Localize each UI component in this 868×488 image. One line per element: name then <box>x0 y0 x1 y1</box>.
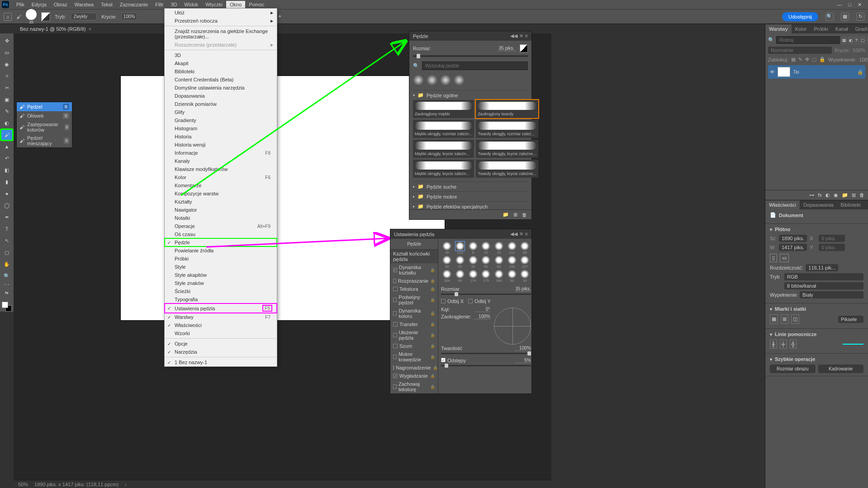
brush-preset[interactable]: Twardy okrągły, rozmiar zależ... <box>476 120 538 138</box>
brush-tip[interactable]: 174 <box>467 270 479 283</box>
roundness-field[interactable]: 100% <box>474 314 490 319</box>
menu-wtyczki[interactable]: Wtyczki <box>202 1 226 8</box>
panel-tab[interactable]: Dopasowania <box>800 200 837 209</box>
color-mode-select[interactable]: RGB <box>784 273 863 280</box>
edit-toolbar[interactable]: ••• <box>4 282 10 286</box>
spacing-field[interactable]: 5% <box>515 358 531 363</box>
home-button[interactable]: ⌂ <box>4 13 12 21</box>
spacing-slider[interactable] <box>441 365 531 366</box>
menu-item[interactable]: Klawisze modyfikatorów <box>165 165 277 173</box>
blur-tool[interactable]: ● <box>1 188 13 199</box>
brush-tip[interactable]: 123 <box>454 242 466 255</box>
filter-icon[interactable]: 🔍 <box>768 37 774 43</box>
filter-shape-icon[interactable]: ▢ <box>860 37 865 44</box>
panel-tab[interactable]: Warstwy <box>765 24 792 33</box>
layer-filter-input[interactable] <box>776 36 840 44</box>
lock-icon[interactable]: 🔒 <box>857 69 863 75</box>
landscape-icon[interactable]: ▭ <box>780 254 789 262</box>
brush-tool-icon[interactable]: 🖌 <box>16 14 21 19</box>
menu-item[interactable]: Domyślne ustawienia narzędzia <box>165 84 277 92</box>
menu-warstwa[interactable]: Warstwa <box>71 1 97 8</box>
menu-item[interactable]: ✓Pędzle <box>165 238 277 246</box>
menu-item[interactable]: Typografia <box>165 295 277 303</box>
brush-preset[interactable]: Miękki okrągły, rozmiar zależn... <box>413 120 474 138</box>
menu-item[interactable]: Style akapitów <box>165 271 277 279</box>
panel-tab[interactable]: Kolor <box>792 24 811 33</box>
y-field[interactable]: 0 piks. <box>819 244 845 251</box>
lock-pixels-icon[interactable]: ✎ <box>798 57 802 62</box>
path-tool[interactable]: ↖ <box>1 235 13 246</box>
collapse-icon[interactable]: ◀◀ <box>510 33 517 39</box>
brush-tip[interactable]: 175 <box>480 270 492 283</box>
zoom-tool[interactable]: 🔍 <box>1 270 13 281</box>
image-size-button[interactable]: Rozmiar obrazu <box>770 365 816 373</box>
brush-option[interactable]: Transfer🔒 <box>390 320 438 328</box>
close-panel-icon[interactable]: ✕ <box>519 33 523 39</box>
gradient-tool[interactable]: ▮ <box>1 176 13 187</box>
menu-item[interactable]: Notatki <box>165 214 277 222</box>
delete-layer-icon[interactable]: 🗑 <box>859 192 864 198</box>
brush-tip[interactable]: 25 <box>493 242 505 255</box>
brush-preview-icon[interactable] <box>26 9 37 20</box>
brush-search-input[interactable] <box>422 62 528 70</box>
menu-item[interactable]: KolorF6 <box>165 173 277 181</box>
fx-icon[interactable]: fx <box>818 192 822 198</box>
shape-option[interactable]: Kształt końcówki pędzla <box>390 250 438 263</box>
brush-option[interactable]: Dynamika koloru🔒 <box>390 307 438 320</box>
type-tool[interactable]: T <box>1 223 13 234</box>
color-swap-icon[interactable]: ⇆ <box>1 287 13 298</box>
brush-tip[interactable]: 10 <box>480 242 492 255</box>
brush-preset[interactable]: Twardy okrągły, krycie zależne... <box>476 140 538 158</box>
tool-option[interactable]: 🖌Pędzel mieszającyB <box>17 134 72 147</box>
brush-preset[interactable]: Miękki okrągły, krycie zależn... <box>413 160 474 178</box>
panel-tab[interactable]: Właściwości <box>765 200 800 209</box>
brush-swap-icon[interactable] <box>520 44 528 52</box>
ruler-icon-3[interactable]: ◫ <box>791 314 799 324</box>
brush-option[interactable]: Podwójny pędzel🔒 <box>390 293 438 307</box>
brush-option[interactable]: Zachowaj teksturę🔒 <box>390 380 438 393</box>
menu-item[interactable]: Akapit <box>165 59 277 67</box>
menu-item[interactable]: ✓Narzędzia <box>165 348 277 356</box>
menu-item[interactable]: ✓1 Bez nazwy-1 <box>165 358 277 366</box>
brush-tip[interactable]: 127 <box>519 256 531 269</box>
wand-tool[interactable]: ✧ <box>1 71 13 81</box>
size-value[interactable]: 35 piks. <box>497 46 516 51</box>
close-tab-icon[interactable]: × <box>89 26 91 32</box>
menu-item[interactable]: Kompozycje warstw <box>165 190 277 198</box>
hardness-field[interactable]: 100% <box>515 346 531 351</box>
size-slider[interactable] <box>413 55 528 57</box>
tool-option[interactable]: 🖌Zastępowanie kolorówB <box>17 120 72 134</box>
hand-tool[interactable]: ✋ <box>1 259 13 270</box>
recent-brush[interactable] <box>454 75 465 85</box>
menu-item[interactable]: ✓Ustawienia pędzlaF5 <box>165 303 277 313</box>
crop-tool[interactable]: ✂ <box>1 82 13 93</box>
brush-tip[interactable]: 284 <box>441 270 453 283</box>
menu-item[interactable]: Biblioteki <box>165 67 277 76</box>
chevron-right-icon[interactable]: › <box>125 482 127 487</box>
lock-icon[interactable]: 🔒 <box>819 57 825 62</box>
menu-item[interactable]: Ścieżki <box>165 287 277 295</box>
brush-tip[interactable]: 50 <box>480 256 492 269</box>
menu-item[interactable]: Wzorki <box>165 329 277 337</box>
search-icon[interactable]: 🔍 <box>825 13 834 21</box>
menu-item[interactable]: Dziennik pomiarów <box>165 100 277 108</box>
menu-plik[interactable]: Plik <box>13 1 28 8</box>
adjustment-icon[interactable]: ◉ <box>834 192 838 198</box>
menu-item[interactable]: Dopasowania <box>165 92 277 100</box>
move-tool[interactable]: ✥ <box>1 35 13 46</box>
brush-preset[interactable]: Zaokrąglony twardy <box>476 100 538 118</box>
link-icon[interactable]: ⊶ <box>809 192 814 198</box>
blend-mode-select[interactable]: Zwykły <box>71 13 97 20</box>
resolution-field[interactable]: 118,11 pik... <box>806 264 838 271</box>
menu-item[interactable]: OperacjeAlt+F9 <box>165 222 277 230</box>
brush-preset[interactable]: Miękki okrągły, krycie zależn... <box>413 140 474 158</box>
menu-item[interactable]: Gradienty <box>165 116 277 124</box>
menu-item[interactable]: Ułóż <box>165 9 277 17</box>
brush-option[interactable]: Szum🔒 <box>390 342 438 350</box>
guide-icon-2[interactable]: ╪ <box>780 340 787 349</box>
close-icon[interactable]: ✕ <box>858 2 862 8</box>
menu-item[interactable]: Historia <box>165 133 277 141</box>
heal-tool[interactable]: ◐ <box>1 118 13 128</box>
brush-option[interactable]: Mokre krawędzie🔒 <box>390 350 438 364</box>
tool-option[interactable]: 🖌PędzelB <box>17 102 72 111</box>
